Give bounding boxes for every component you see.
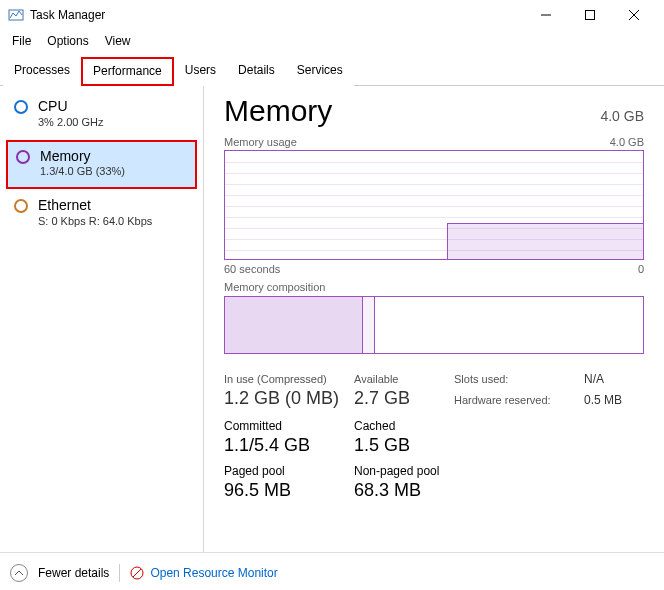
xaxis-left: 60 seconds bbox=[224, 263, 280, 275]
tab-details[interactable]: Details bbox=[227, 57, 286, 86]
sidebar-item-label: Memory bbox=[40, 148, 125, 166]
memory-icon bbox=[16, 150, 30, 164]
sidebar: CPU 3% 2.00 GHz Memory 1.3/4.0 GB (33%) … bbox=[0, 86, 204, 552]
stat-label: Slots used: bbox=[454, 373, 584, 385]
open-resource-monitor-label: Open Resource Monitor bbox=[150, 566, 277, 580]
svg-rect-2 bbox=[586, 11, 595, 20]
stat-label: Hardware reserved: bbox=[454, 394, 584, 406]
open-resource-monitor-link[interactable]: Open Resource Monitor bbox=[130, 566, 277, 580]
main-panel: Memory 4.0 GB Memory usage 4.0 GB 60 sec… bbox=[204, 86, 664, 552]
composition-label: Memory composition bbox=[224, 281, 325, 293]
footer: Fewer details Open Resource Monitor bbox=[0, 552, 664, 590]
xaxis-right: 0 bbox=[638, 263, 644, 275]
stat-label: Cached bbox=[354, 419, 474, 433]
tab-performance[interactable]: Performance bbox=[81, 57, 174, 86]
sidebar-item-sub: S: 0 Kbps R: 64.0 Kbps bbox=[38, 215, 152, 227]
menu-options[interactable]: Options bbox=[41, 32, 94, 50]
stat-value: 1.2 GB (0 MB) bbox=[224, 388, 354, 409]
stat-label: Available bbox=[354, 373, 454, 385]
stat-value: 96.5 MB bbox=[224, 480, 354, 501]
stats-grid: In use (Compressed) Available Slots used… bbox=[224, 372, 644, 409]
sidebar-item-memory[interactable]: Memory 1.3/4.0 GB (33%) bbox=[6, 140, 197, 190]
usage-chart-max: 4.0 GB bbox=[610, 136, 644, 148]
menu-file[interactable]: File bbox=[6, 32, 37, 50]
stat-value: 68.3 MB bbox=[354, 480, 474, 501]
tab-strip: Processes Performance Users Details Serv… bbox=[0, 56, 664, 86]
svg-line-6 bbox=[133, 569, 141, 577]
sidebar-item-label: CPU bbox=[38, 98, 103, 116]
stat-value: 1.1/5.4 GB bbox=[224, 435, 354, 456]
page-title: Memory bbox=[224, 94, 332, 128]
sidebar-item-ethernet[interactable]: Ethernet S: 0 Kbps R: 64.0 Kbps bbox=[0, 191, 203, 237]
stat-label: Committed bbox=[224, 419, 354, 433]
menu-view[interactable]: View bbox=[99, 32, 137, 50]
sidebar-item-sub: 1.3/4.0 GB (33%) bbox=[40, 165, 125, 177]
titlebar: Task Manager bbox=[0, 0, 664, 30]
tab-users[interactable]: Users bbox=[174, 57, 227, 86]
svg-rect-0 bbox=[9, 10, 23, 20]
window-title: Task Manager bbox=[30, 8, 105, 22]
stat-value: 1.5 GB bbox=[354, 435, 474, 456]
stat-label: In use (Compressed) bbox=[224, 373, 354, 385]
menubar: File Options View bbox=[0, 30, 664, 52]
resource-monitor-icon bbox=[130, 566, 144, 580]
close-button[interactable] bbox=[612, 0, 656, 30]
tab-services[interactable]: Services bbox=[286, 57, 354, 86]
minimize-button[interactable] bbox=[524, 0, 568, 30]
chevron-up-icon[interactable] bbox=[10, 564, 28, 582]
maximize-button[interactable] bbox=[568, 0, 612, 30]
usage-chart-label: Memory usage bbox=[224, 136, 297, 148]
sidebar-item-sub: 3% 2.00 GHz bbox=[38, 116, 103, 128]
memory-composition-chart bbox=[224, 296, 644, 354]
ethernet-icon bbox=[14, 199, 28, 213]
stat-value: N/A bbox=[584, 372, 644, 386]
memory-usage-chart bbox=[224, 150, 644, 260]
content: CPU 3% 2.00 GHz Memory 1.3/4.0 GB (33%) … bbox=[0, 86, 664, 552]
task-manager-icon bbox=[8, 7, 24, 23]
stat-value: 2.7 GB bbox=[354, 388, 454, 409]
stat-label: Paged pool bbox=[224, 464, 354, 478]
sidebar-item-label: Ethernet bbox=[38, 197, 152, 215]
sidebar-item-cpu[interactable]: CPU 3% 2.00 GHz bbox=[0, 92, 203, 138]
cpu-icon bbox=[14, 100, 28, 114]
capacity-label: 4.0 GB bbox=[600, 108, 644, 124]
tab-processes[interactable]: Processes bbox=[3, 57, 81, 86]
stat-value: 0.5 MB bbox=[584, 393, 644, 407]
divider bbox=[119, 564, 120, 582]
stat-label: Non-paged pool bbox=[354, 464, 474, 478]
fewer-details-link[interactable]: Fewer details bbox=[38, 566, 109, 580]
